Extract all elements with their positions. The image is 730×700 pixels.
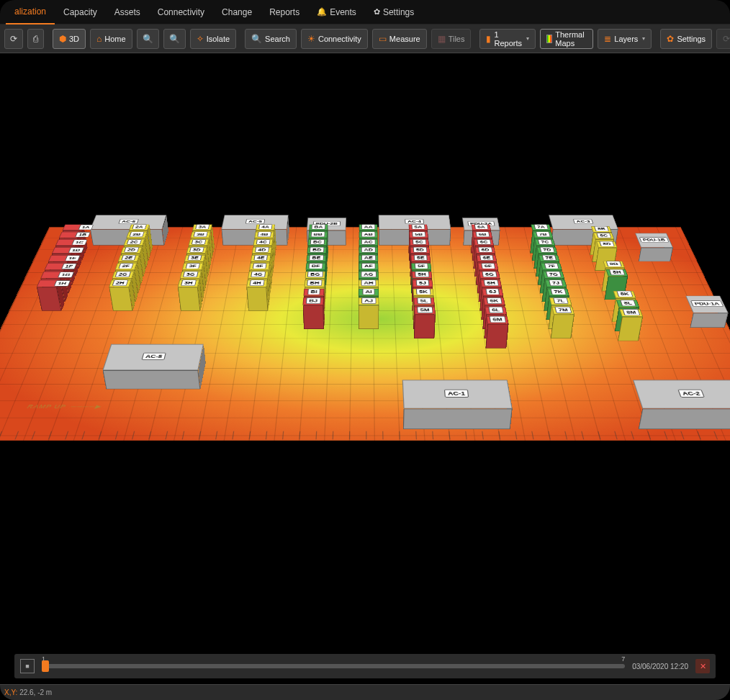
tab-connectivity[interactable]: Connectivity (149, 0, 213, 24)
rack-2h[interactable]: 2H (113, 304, 135, 311)
pdu-unit-pdu-1a[interactable]: PDU-1A (682, 310, 725, 328)
rack-label: 5K (416, 289, 431, 295)
rack-label: 1D (68, 248, 84, 253)
rack-label: 7G (546, 272, 562, 277)
rack-label: 7K (550, 289, 566, 295)
rack-label: 4B (257, 232, 271, 237)
tab-settings[interactable]: ✿Settings (365, 0, 423, 24)
rack-label: 1H (54, 280, 71, 286)
rack-label: PDU-1B (639, 237, 669, 242)
rack-label: 6F (481, 263, 495, 269)
3d-viewport[interactable]: RAMP UP ────▶ AC-6AC-5PDU-2BAC-4PDU-2AAC… (0, 53, 730, 565)
rack-label: AC-6 (118, 219, 139, 224)
rack-label: 2D (124, 247, 139, 253)
rack-aj[interactable]: AJ (359, 322, 379, 329)
rack-label: 4F (253, 263, 266, 269)
rack-label: 5L (417, 297, 431, 304)
rack-label: AB (361, 232, 376, 237)
rack-label: BC (310, 239, 325, 245)
settings-button[interactable]: ✿Settings (660, 29, 712, 49)
rack-label: 4G (251, 272, 266, 277)
refresh-button[interactable]: ⟳ (4, 29, 23, 49)
rack-label: 1C (71, 240, 87, 246)
rack-label: 7M (554, 307, 572, 313)
rack-label: AC-2 (677, 390, 705, 398)
zoom-out-icon: 🔍 (169, 34, 180, 44)
rack-label: 2F (118, 263, 133, 269)
rack-8m[interactable]: 8M (616, 333, 639, 341)
rack-label: 2G (115, 272, 132, 277)
rack-label: PDU-1A (690, 300, 724, 307)
rack-label: AF (361, 263, 376, 269)
tab-assets[interactable]: Assets (106, 0, 149, 24)
rack-label: 3D (189, 247, 204, 253)
print-button[interactable]: ⎙ (27, 29, 44, 49)
ac-unit-ac-2[interactable]: AC-2 (629, 400, 730, 429)
rack-label: 6M (489, 316, 505, 323)
pdu-unit-pdu-1b[interactable]: PDU-1B (633, 248, 670, 262)
rack-label: BJ (306, 297, 321, 304)
tab-visualization[interactable]: alization (6, 0, 55, 24)
connectivity-button[interactable]: ☀Connectivity (301, 29, 368, 49)
search-icon: 🔍 (251, 34, 262, 44)
rack-label: 5B (412, 232, 425, 237)
tiles-button[interactable]: ▦Tiles (431, 29, 472, 49)
rack-label: 8H (609, 269, 625, 275)
timeline-knob[interactable] (42, 660, 49, 672)
rack-label: BH (307, 280, 323, 286)
rack-4h[interactable]: 4H (248, 304, 269, 311)
rack-label: BB (311, 232, 325, 237)
ac-unit-ac-8[interactable]: AC-8 (106, 363, 206, 390)
reports-dropdown[interactable]: ▮1 Reports▾ (479, 29, 536, 49)
print-icon: ⎙ (33, 34, 38, 44)
rack-label: 6K (487, 297, 503, 304)
tab-reports[interactable]: Reports (261, 0, 308, 24)
thermal-maps-button[interactable]: Thermal Maps (540, 29, 593, 49)
rack-label: 7F (544, 263, 559, 269)
rack-label: 6L (488, 307, 503, 313)
rack-3h[interactable]: 3H (181, 304, 202, 311)
view-3d-button[interactable]: ⬢3D (53, 29, 86, 49)
rack-6m[interactable]: 6M (485, 341, 507, 349)
rack-label: 2C (127, 239, 142, 245)
rack-label: AH (361, 280, 376, 286)
rack-label: 5H (415, 272, 429, 277)
timeline-track[interactable]: 1 7 (42, 664, 625, 668)
home-icon: ⌂ (96, 34, 102, 44)
sync-button[interactable]: ⟳Sync (716, 29, 730, 49)
zoom-out-button[interactable]: 🔍 (163, 29, 186, 49)
rack-label: 5J (416, 280, 430, 286)
gear-icon: ✿ (667, 34, 674, 44)
rack-label: AI (362, 289, 374, 295)
rack-label: 6J (485, 289, 500, 295)
stop-button[interactable]: ■ (20, 659, 35, 673)
rack-label: 1E (65, 256, 81, 261)
rack-5m[interactable]: 5M (413, 331, 434, 339)
timeline-timestamp: 03/06/2020 12:20 (632, 663, 688, 670)
search-button[interactable]: 🔍Search (245, 29, 297, 49)
caret-icon: ▾ (526, 35, 529, 42)
reports-icon: ▮ (486, 34, 491, 44)
rack-label: AC (361, 239, 376, 245)
ac-unit-ac-1[interactable]: AC-1 (402, 400, 510, 429)
rack-label: 5M (417, 307, 433, 313)
layers-dropdown[interactable]: ≣Layers▾ (598, 29, 652, 49)
timeline-close-button[interactable]: ✕ (695, 659, 710, 673)
measure-button[interactable]: ▭Measure (372, 29, 427, 49)
thermal-icon (546, 35, 552, 43)
rack-label: 2E (121, 255, 136, 261)
isolate-button[interactable]: ✧Isolate (190, 29, 236, 49)
rack-1h[interactable]: 1H (42, 304, 65, 311)
zoom-in-button[interactable]: 🔍 (137, 29, 159, 49)
rack-7m[interactable]: 7M (549, 331, 571, 339)
rack-label: 4C (256, 239, 271, 245)
rack-bj[interactable]: BJ (304, 322, 325, 329)
rack-label: 8B (594, 226, 609, 231)
rack-label: 5E (414, 255, 428, 261)
rack-label: 5D (413, 247, 427, 253)
tab-capacity[interactable]: Capacity (55, 0, 106, 24)
tab-events[interactable]: 🔔Events (308, 0, 365, 24)
home-button[interactable]: ⌂Home (90, 29, 132, 49)
coords-value: 22.6, -2 m (19, 688, 52, 696)
tab-change[interactable]: Change (213, 0, 261, 24)
